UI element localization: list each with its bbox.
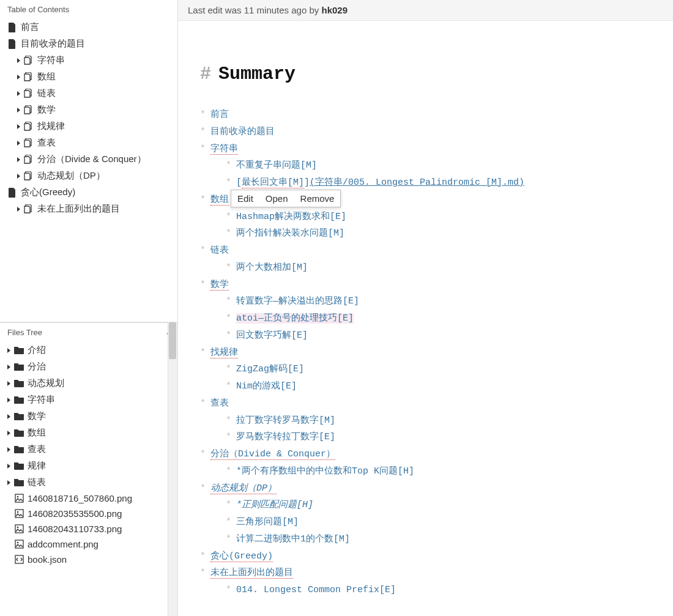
files-item-label: 查表 (28, 443, 46, 455)
md-list-item[interactable]: *转置数字—解决溢出的思路[E] (200, 293, 651, 310)
bullet-icon: * (200, 551, 206, 562)
md-list-item[interactable]: *Nim的游戏[E] (200, 378, 651, 395)
files-item[interactable]: 查表 (4, 441, 174, 458)
md-list-item[interactable]: *atoi—正负号的处理技巧[E] (200, 310, 651, 327)
md-link[interactable]: ZigZag解码[E] (236, 364, 304, 374)
md-list-item[interactable]: *拉丁数字转罗马数字[M] (200, 412, 651, 429)
last-edit-user: hk029 (321, 5, 348, 15)
md-list-item[interactable]: *三角形问题[M] (200, 514, 651, 531)
md-link[interactable]: 查表 (210, 398, 229, 409)
md-link[interactable]: Hashmap解决两数求和[E] (236, 212, 346, 222)
toc-item[interactable]: 贪心(Greedy) (4, 184, 174, 201)
md-link-error[interactable]: 贪心(Greedy) (210, 551, 273, 562)
toc-item[interactable]: 找规律 (4, 118, 174, 135)
files-item-label: addcomment.png (28, 539, 99, 549)
md-url[interactable]: (字符串/005. Longest Palindromic [M].md) (310, 177, 524, 188)
toc-item[interactable]: 数学 (4, 102, 174, 118)
md-list-item[interactable]: *数学 (200, 276, 651, 294)
md-list-item[interactable]: *目前收录的题目 (200, 124, 651, 141)
md-link-error[interactable]: 动态规划（DP） (210, 483, 277, 494)
md-list-item[interactable]: *贪心(Greedy) (200, 548, 651, 565)
files-item[interactable]: 字符串 (4, 391, 174, 408)
md-list-item[interactable]: *字符串 (200, 141, 651, 158)
md-list-item[interactable]: *两个指针解决装水问题[M] (200, 225, 651, 242)
md-link[interactable]: *两个有序数组中的中位数和Top K问题[H] (236, 466, 414, 477)
files-item[interactable]: 数学 (4, 408, 174, 425)
md-link[interactable]: 回文数字巧解[E] (236, 330, 308, 341)
md-list-item[interactable]: *两个大数相加[M] (200, 259, 651, 276)
md-link[interactable]: 罗马数字转拉丁数字[E] (236, 432, 335, 442)
md-link-error[interactable]: 找规律 (210, 347, 238, 358)
scrollbar[interactable] (168, 322, 177, 616)
md-list-item[interactable]: *分治（Divide & Conquer） (200, 446, 651, 463)
ctx-remove[interactable]: Remove (294, 190, 341, 207)
files-item[interactable]: 146082043110733.png (4, 521, 174, 536)
ctx-open[interactable]: Open (259, 190, 294, 207)
files-item[interactable]: 数组 (4, 425, 174, 441)
md-link[interactable]: 目前收录的题目 (210, 127, 275, 137)
scrollbar-thumb[interactable] (169, 322, 176, 359)
md-link[interactable]: 两个指针解决装水问题[M] (236, 228, 344, 239)
toc-item[interactable]: 前言 (4, 19, 174, 35)
md-list-item[interactable]: *未在上面列出的题目 (200, 565, 651, 582)
md-list-item[interactable]: *前言 (200, 106, 651, 124)
folder-icon (14, 412, 24, 421)
toc-item[interactable]: 目前收录的题目 (4, 35, 174, 52)
md-link[interactable]: 三角形问题[M] (236, 517, 299, 527)
md-link[interactable]: 两个大数相加[M] (236, 262, 308, 273)
md-link-error[interactable]: 字符串 (210, 144, 238, 155)
md-link[interactable]: 转置数字—解决溢出的思路[E] (236, 296, 359, 306)
md-link[interactable]: 计算二进制数中1的个数[M] (236, 534, 350, 544)
editor[interactable]: #Summary *前言*目前收录的题目*字符串*不重复子串问题[M]*[最长回… (178, 21, 673, 616)
files-item[interactable]: 介绍 (4, 342, 174, 358)
md-list-item[interactable]: *计算二进制数中1的个数[M] (200, 531, 651, 548)
toc-item[interactable]: 查表 (4, 135, 174, 151)
md-link[interactable]: 链表 (210, 245, 229, 256)
md-list-item[interactable]: *链表 (200, 242, 651, 259)
md-list-item[interactable]: *不重复子串问题[M] (200, 157, 651, 174)
md-link[interactable]: 不重复子串问题[M] (236, 160, 317, 171)
md-link[interactable]: atoi—正负号的处理技巧[E] (236, 313, 354, 324)
md-list-item[interactable]: *动态规划（DP） (200, 480, 651, 497)
files-panel: Files Tree 介绍分治动态规划字符串数学数组查表规律链表14608187… (0, 322, 177, 616)
md-em[interactable]: *正则匹配问题[H] (236, 500, 313, 510)
files-item[interactable]: 146082035535500.png (4, 506, 174, 521)
caret-icon (7, 365, 10, 369)
md-list-item[interactable]: *Hashmap解决两数求和[E] (200, 209, 651, 226)
md-list-item[interactable]: *[最长回文串[M]](字符串/005. Longest Palindromic… (200, 174, 651, 191)
md-list-item[interactable]: *ZigZag解码[E] (200, 361, 651, 378)
toc-item[interactable]: 分治（Divide & Conquer） (4, 151, 174, 168)
md-list-item[interactable]: *找规律 (200, 344, 651, 362)
files-item[interactable]: 规律 (4, 458, 174, 474)
files-item-label: 146082043110733.png (28, 524, 122, 534)
ctx-edit[interactable]: Edit (231, 190, 259, 207)
md-list-item[interactable]: *014. Longest Common Prefix[E] (200, 582, 651, 599)
toc-item[interactable]: 未在上面列出的题目 (4, 201, 174, 217)
toc-item[interactable]: 字符串 (4, 52, 174, 69)
caret-icon (17, 75, 20, 80)
md-link-error[interactable]: 数学 (210, 280, 229, 291)
md-link[interactable]: 前言 (210, 109, 229, 120)
caret-icon (7, 414, 10, 419)
md-list-item[interactable]: **正则匹配问题[H] (200, 497, 651, 514)
files-item[interactable]: 分治 (4, 358, 174, 375)
md-link-error[interactable]: 未在上面列出的题目 (210, 568, 293, 579)
md-list-item[interactable]: *罗马数字转拉丁数字[E] (200, 429, 651, 446)
md-link[interactable]: 014. Longest Common Prefix[E] (236, 585, 396, 595)
files-item[interactable]: 链表 (4, 474, 174, 491)
md-link[interactable]: Nim的游戏[E] (236, 381, 297, 391)
md-link[interactable]: 拉丁数字转罗马数字[M] (236, 415, 335, 426)
md-raw-link[interactable]: [最长回文串[M]] (236, 177, 310, 188)
md-list-item[interactable]: *查表 (200, 395, 651, 412)
files-item[interactable]: addcomment.png (4, 536, 174, 552)
toc-item[interactable]: 动态规划（DP） (4, 168, 174, 184)
toc-item[interactable]: 数组 (4, 69, 174, 85)
md-list-item[interactable]: **两个有序数组中的中位数和Top K问题[H] (200, 463, 651, 480)
files-item[interactable]: 1460818716_507860.png (4, 491, 174, 506)
md-list-item[interactable]: *回文数字巧解[E] (200, 327, 651, 344)
toc-item[interactable]: 链表 (4, 85, 174, 102)
md-link-error[interactable]: 数组 (210, 195, 229, 206)
files-item[interactable]: book.json (4, 552, 174, 567)
files-item[interactable]: 动态规划 (4, 375, 174, 391)
md-link-error[interactable]: 分治（Divide & Conquer） (210, 449, 335, 460)
